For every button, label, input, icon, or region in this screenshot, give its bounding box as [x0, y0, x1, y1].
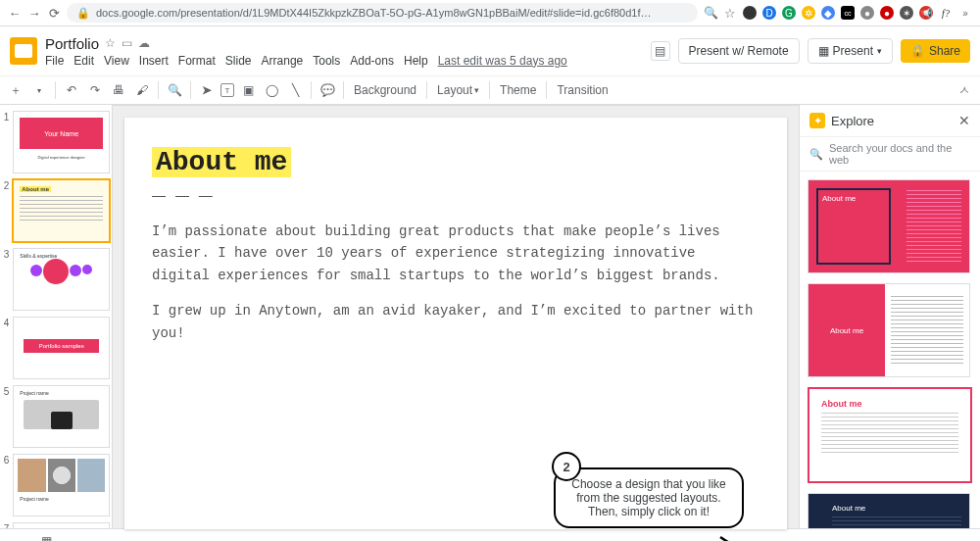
slide-filmstrip[interactable]: 1 Your Name Digital experience designer … — [0, 105, 113, 528]
divider: — — — — [152, 187, 760, 203]
comment-button[interactable]: 💬 — [318, 80, 337, 100]
search-icon: 🔍 — [809, 148, 823, 161]
menu-insert[interactable]: Insert — [139, 54, 169, 68]
toolbar: ＋ ▾ ↶ ↷ 🖶 🖌 🔍 ➤ T ▣ ◯ ╲ 💬 Background Lay… — [0, 75, 980, 105]
ext-icon[interactable]: f? — [939, 6, 953, 20]
redo-button[interactable]: ↷ — [85, 80, 105, 100]
url-text: docs.google.com/presentation/d/1L9MDtX44… — [96, 7, 651, 19]
grid-view-icon[interactable]: ▦ — [41, 534, 53, 541]
slide-body[interactable]: I’m passionate about building great prod… — [152, 221, 760, 344]
url-bar[interactable]: 🔒 docs.google.com/presentation/d/1L9MDtX… — [67, 3, 698, 23]
slides-logo-icon[interactable] — [10, 37, 37, 65]
explore-icon: ✦ — [809, 113, 825, 128]
undo-button[interactable]: ↶ — [62, 80, 81, 100]
menu-help[interactable]: Help — [404, 54, 428, 68]
callout-badge: 2 — [552, 452, 581, 481]
tutorial-callout: 2 Choose a design that you like from the… — [554, 467, 744, 528]
ext-icon[interactable]: G — [782, 6, 796, 20]
paint-format-button[interactable]: 🖌 — [132, 80, 152, 100]
thumb-5[interactable]: Project name — [13, 385, 110, 448]
thumb-2[interactable]: About me — [13, 179, 110, 242]
forward-icon[interactable]: → — [27, 6, 41, 20]
last-edit-link[interactable]: Last edit was 5 days ago — [438, 54, 567, 68]
explore-search[interactable]: 🔍 Search your docs and the web — [800, 137, 980, 172]
layout-button[interactable]: Layout▾ — [433, 79, 483, 101]
menu-file[interactable]: File — [45, 54, 64, 68]
search-magnify-icon[interactable]: 🔍 — [704, 6, 717, 20]
ext-icon[interactable]: ● — [860, 6, 874, 20]
extension-icons: D G ✲ ◆ cc ● ● ✶ 📢 f? » — [743, 6, 972, 20]
thumb-6[interactable]: Project name — [13, 454, 110, 516]
layout-suggestion-3[interactable]: About me — [808, 387, 972, 483]
back-icon[interactable]: ← — [8, 6, 22, 20]
zoom-button[interactable]: 🔍 — [165, 80, 184, 100]
canvas-area: About me — — — I’m passionate about buil… — [113, 105, 799, 528]
lock-icon: 🔒 — [76, 7, 90, 20]
select-tool[interactable]: ➤ — [197, 80, 217, 100]
doc-title[interactable]: Portfolio — [45, 35, 99, 52]
ext-profile-icon[interactable] — [743, 6, 757, 20]
background-button[interactable]: Background — [350, 79, 420, 101]
app-header: Portfolio ☆ ▭ ☁ File Edit View Insert Fo… — [0, 26, 980, 75]
close-icon[interactable]: ✕ — [958, 113, 970, 128]
thumb-7[interactable] — [13, 522, 110, 528]
ext-icon[interactable]: ● — [880, 6, 894, 20]
print-button[interactable]: 🖶 — [109, 80, 128, 100]
ext-icon[interactable]: ✲ — [802, 6, 815, 20]
cloud-icon[interactable]: ☁ — [138, 36, 150, 50]
move-icon[interactable]: ▭ — [122, 36, 132, 50]
explore-title: Explore — [831, 114, 874, 128]
chevron-down-icon[interactable]: ▾ — [29, 80, 49, 100]
explore-panel: ✦Explore ✕ 🔍 Search your docs and the we… — [799, 105, 980, 528]
present-button[interactable]: ▦Present▾ — [808, 38, 893, 64]
present-remote-button[interactable]: Present w/ Remote — [678, 38, 800, 64]
more-icon[interactable]: » — [958, 6, 972, 20]
star-doc-icon[interactable]: ☆ — [105, 36, 116, 50]
reload-icon[interactable]: ⟳ — [47, 6, 61, 20]
layout-suggestion-2[interactable]: About me — [808, 283, 970, 377]
slide-title[interactable]: About me — [152, 147, 291, 177]
share-button[interactable]: 🔒Share — [901, 39, 970, 63]
layout-suggestion-1[interactable]: About me — [808, 179, 970, 273]
ext-icon[interactable]: 📢 — [919, 6, 933, 20]
menu-format[interactable]: Format — [178, 54, 216, 68]
thumb-3[interactable]: Skills & expertise — [13, 248, 110, 311]
chevron-down-icon: ▾ — [474, 85, 479, 95]
ext-icon[interactable]: D — [762, 6, 776, 20]
play-icon: ▦ — [818, 44, 829, 58]
ext-icon[interactable]: ✶ — [900, 6, 913, 20]
theme-button[interactable]: Theme — [496, 79, 540, 101]
ext-cc-icon[interactable]: cc — [841, 6, 855, 20]
transition-button[interactable]: Transition — [553, 79, 612, 101]
menu-slide[interactable]: Slide — [225, 54, 252, 68]
image-tool[interactable]: ▣ — [238, 80, 258, 100]
menu-arrange[interactable]: Arrange — [262, 54, 304, 68]
collapse-icon[interactable]: ㅅ — [955, 80, 974, 100]
comments-icon[interactable]: ▤ — [651, 41, 670, 61]
shape-tool[interactable]: ◯ — [262, 80, 281, 100]
thumb-4[interactable]: Portfolio samples — [13, 317, 110, 379]
new-slide-button[interactable]: ＋ — [6, 80, 25, 100]
lock-icon: 🔒 — [910, 44, 925, 58]
chevron-down-icon: ▾ — [877, 46, 882, 56]
menu-edit[interactable]: Edit — [74, 54, 94, 68]
menu-addons[interactable]: Add-ons — [350, 54, 394, 68]
star-icon[interactable]: ☆ — [723, 6, 737, 20]
filmstrip-view-icon[interactable]: ▬ — [12, 534, 24, 541]
textbox-tool[interactable]: T — [220, 83, 234, 97]
thumb-1[interactable]: Your Name Digital experience designer — [13, 111, 110, 173]
menu-bar: File Edit View Insert Format Slide Arran… — [45, 54, 643, 68]
menu-tools[interactable]: Tools — [313, 54, 340, 68]
browser-top-bar: ← → ⟳ 🔒 docs.google.com/presentation/d/1… — [0, 0, 980, 26]
menu-view[interactable]: View — [104, 54, 129, 68]
line-tool[interactable]: ╲ — [285, 80, 305, 100]
ext-icon[interactable]: ◆ — [821, 6, 835, 20]
